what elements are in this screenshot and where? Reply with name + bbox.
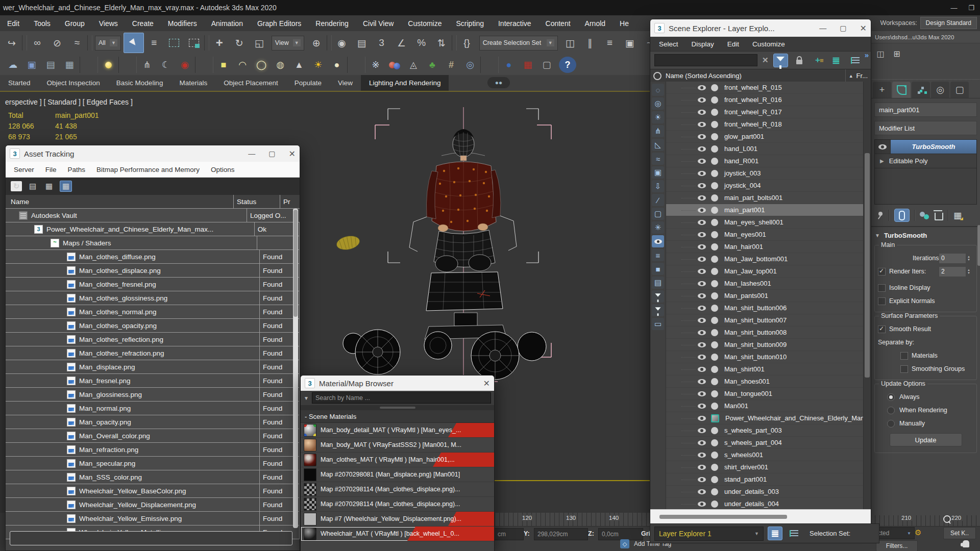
object-type-icon[interactable] xyxy=(711,145,718,153)
visibility-eye-icon[interactable] xyxy=(698,110,706,115)
visibility-eye-icon[interactable] xyxy=(698,183,706,188)
maximize-button[interactable]: ▢ xyxy=(268,149,275,158)
object-type-icon[interactable] xyxy=(711,194,718,202)
scene-explorer-row[interactable]: Man001 xyxy=(666,400,871,412)
object-type-icon[interactable] xyxy=(711,243,718,251)
separator[interactable] xyxy=(80,57,98,73)
object-type-icon[interactable] xyxy=(711,280,718,287)
display-tab[interactable]: ▢ xyxy=(950,82,969,98)
scene-explorer-row[interactable]: shirt_driver001 xyxy=(666,461,871,473)
scene-explorer-row[interactable]: stand_part001 xyxy=(666,473,871,486)
scene-explorer-row[interactable]: Man_shirt_button006 xyxy=(666,302,871,314)
ribbon-tab[interactable]: Object Inspection xyxy=(39,75,108,91)
display-helpers-filter-icon[interactable]: ◺ xyxy=(652,139,664,151)
object-type-icon[interactable] xyxy=(711,268,718,275)
asset-table-row[interactable]: Autodesk Vault Logged O... xyxy=(6,209,300,222)
visibility-eye-icon[interactable] xyxy=(698,306,706,311)
object-type-icon[interactable] xyxy=(711,390,718,397)
object-type-icon[interactable] xyxy=(711,403,718,410)
close-button[interactable]: ✕ xyxy=(289,149,296,159)
scene-explorer-row[interactable]: front_wheel_R_015 xyxy=(666,82,871,94)
visibility-eye-icon[interactable] xyxy=(698,171,706,176)
clear-search-icon[interactable]: ✕ xyxy=(762,56,769,65)
display-geometry-filter-icon[interactable]: ■ xyxy=(652,263,664,275)
display-shapes-filter-icon[interactable]: ◎ xyxy=(652,97,664,110)
dome-light-icon[interactable]: ◠ xyxy=(234,57,251,73)
material-entry[interactable]: Wheelchair_MAT ( VRayMtl ) [back_wheel_L… xyxy=(301,527,494,541)
material-entry[interactable]: Map #7 (Wheelchair_Yellow_Displacement.p… xyxy=(301,512,494,527)
material-entry[interactable]: Man_body_detail_MAT ( VRayMtl ) [Man_eye… xyxy=(301,423,494,438)
scene-materials-section-header[interactable]: - Scene Materials xyxy=(301,410,494,423)
display-cameras-filter-icon[interactable]: ⋔ xyxy=(652,125,664,137)
object-type-icon[interactable] xyxy=(711,292,718,299)
object-type-icon[interactable] xyxy=(711,500,718,508)
modifier-stack-row-turbosmooth[interactable]: TurboSmooth xyxy=(875,140,976,154)
asset-table-row[interactable]: Wheelchair_Yellow_BaseColor.png Found xyxy=(6,484,300,498)
show-end-result-icon[interactable] xyxy=(894,209,910,222)
remove-modifier-icon[interactable] xyxy=(935,213,943,220)
render-iters-field[interactable]: 2 xyxy=(939,266,966,277)
scene-explorer-row[interactable]: joystick_003 xyxy=(666,167,871,180)
earth-icon[interactable]: ◎ xyxy=(461,57,479,73)
ribbon-tab[interactable]: Started xyxy=(0,75,39,91)
select-move-icon[interactable]: + xyxy=(210,33,229,53)
visibility-eye-icon[interactable] xyxy=(698,97,706,103)
mesh-light-icon[interactable]: ◍ xyxy=(272,57,289,73)
menu-item[interactable]: Customize xyxy=(401,15,449,31)
menu-item[interactable]: Arnold xyxy=(578,15,612,31)
update-button[interactable]: Update xyxy=(890,433,962,446)
fur-icon[interactable]: # xyxy=(443,57,460,73)
selection-filter-dropdown[interactable]: All▼ xyxy=(95,36,121,51)
scene-explorer-row[interactable]: Man_Jaw_bottom001 xyxy=(666,253,871,265)
noise-icon[interactable]: ※ xyxy=(367,57,384,73)
window-crossing-icon[interactable] xyxy=(184,33,204,53)
menu-item[interactable]: Server xyxy=(9,166,39,173)
display-lights-filter-icon[interactable]: ☀ xyxy=(652,111,664,123)
visibility-eye-icon[interactable] xyxy=(698,440,706,445)
object-type-icon[interactable] xyxy=(711,182,718,189)
visibility-eye-icon[interactable] xyxy=(698,428,706,433)
object-type-icon[interactable] xyxy=(711,305,718,312)
bind-to-spacewarp-icon[interactable]: ≈ xyxy=(67,33,87,53)
separator[interactable] xyxy=(204,35,209,51)
menu-item[interactable]: Select xyxy=(652,40,685,48)
layer-explorer-dropdown[interactable]: Layer Explorer 1▼ xyxy=(654,527,764,541)
hierarchy-button[interactable] xyxy=(848,54,862,67)
scene-explorer-row[interactable]: front_wheel_R_018 xyxy=(666,118,871,131)
scatter-icon[interactable]: ♣ xyxy=(424,57,441,73)
sphere-blue-icon[interactable]: ● xyxy=(500,57,518,73)
object-type-icon[interactable] xyxy=(711,256,718,263)
add-layer-button[interactable]: + xyxy=(811,54,825,67)
always-radio[interactable] xyxy=(887,393,895,401)
workspaces-dropdown[interactable]: Design Standard xyxy=(920,17,977,29)
custom-filter-config-icon[interactable] xyxy=(652,290,664,303)
asset-table-row[interactable]: Man_clothes_fresnel.png Found xyxy=(6,278,300,291)
configure-modifier-sets-icon[interactable]: ▦ xyxy=(953,210,962,221)
materials-checkbox[interactable] xyxy=(900,352,908,360)
hierarchy-tab[interactable] xyxy=(912,82,930,98)
maximize-button[interactable]: ❐ xyxy=(963,2,980,13)
scene-explorer-row[interactable]: Man_shirt001 xyxy=(666,363,871,375)
minimize-button[interactable]: — xyxy=(248,149,255,158)
scene-explorer-row[interactable]: glow_part001 xyxy=(666,131,871,143)
menu-item[interactable]: Options xyxy=(206,166,240,173)
viewport-label[interactable]: erspective ] [ Standard ] [ Edged Faces … xyxy=(5,98,133,106)
render-iters-checkbox[interactable] xyxy=(878,268,886,276)
ribbon-tab[interactable]: Populate xyxy=(286,75,330,91)
display-groups-filter-icon[interactable]: ▣ xyxy=(652,166,664,179)
select-object-icon[interactable] xyxy=(124,33,144,53)
scene-explorer-row[interactable]: Man_eyes001 xyxy=(666,229,871,241)
ribbon-tab[interactable]: Basic Modeling xyxy=(108,75,172,91)
object-type-icon[interactable] xyxy=(711,158,718,165)
menu-item[interactable]: Civil View xyxy=(356,15,401,31)
display-none-filter-icon[interactable]: ◌ xyxy=(652,84,664,96)
menu-item[interactable]: Edit xyxy=(721,40,746,48)
plane-light-icon[interactable]: ■ xyxy=(215,57,232,73)
asset-library-icon[interactable]: ▣ xyxy=(23,57,40,73)
display-annotations-filter-icon[interactable]: ≡ xyxy=(652,249,664,261)
asset-table-row[interactable]: Man_clothes_glossiness.png Found xyxy=(6,291,300,305)
visibility-eye-icon[interactable] xyxy=(698,122,706,127)
select-scale-icon[interactable]: ◱ xyxy=(250,33,269,53)
scene-horizontal-scrollbar[interactable] xyxy=(650,509,871,524)
physical-camera-icon[interactable]: ☾ xyxy=(157,57,175,73)
